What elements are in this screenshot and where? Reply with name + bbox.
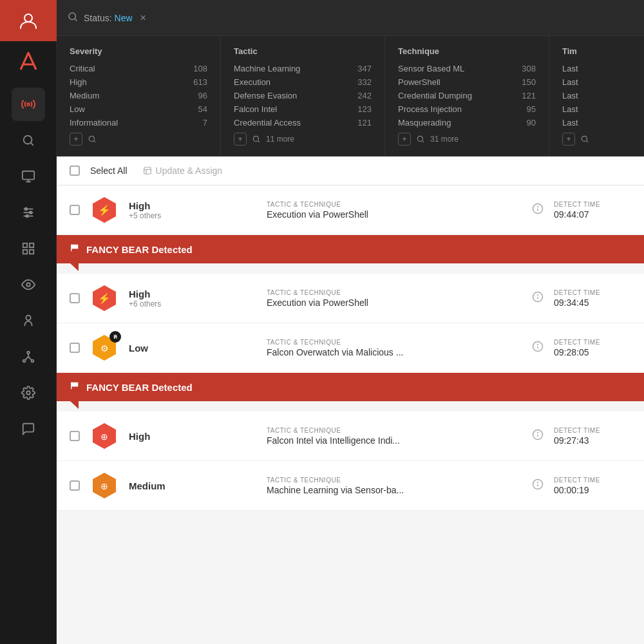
svg-point-15 bbox=[26, 316, 30, 320]
filter-row-time-4: Last bbox=[562, 104, 631, 114]
tactic-more-label: 11 more bbox=[266, 135, 294, 144]
detection-checkbox-3[interactable] bbox=[70, 343, 80, 353]
filter-label-time-2[interactable]: Last bbox=[562, 77, 578, 87]
gear-icon bbox=[21, 386, 35, 400]
high-hex-2: ⚡ bbox=[90, 284, 118, 312]
filter-label-medium[interactable]: Medium bbox=[70, 91, 99, 100]
tactic-label-1: TACTIC & TECHNIQUE bbox=[267, 201, 522, 208]
detect-time-value-4: 09:27:43 bbox=[554, 435, 631, 446]
svg-rect-12 bbox=[23, 250, 26, 254]
filter-row-process-injection: Process Injection 95 bbox=[398, 104, 536, 114]
sidebar-item-activity[interactable] bbox=[12, 88, 45, 121]
info-icon-3[interactable] bbox=[532, 341, 544, 355]
info-icon-1[interactable] bbox=[532, 203, 544, 217]
sliders-icon bbox=[21, 205, 35, 220]
sidebar-item-search[interactable] bbox=[12, 124, 45, 157]
filter-col-technique: Technique Sensor Based ML 308 PowerShell… bbox=[385, 36, 549, 156]
group-header-1: FANCY BEAR Detected bbox=[57, 235, 644, 263]
filter-label-process-injection[interactable]: Process Injection bbox=[398, 104, 462, 114]
update-assign-button[interactable]: Update & Assign bbox=[138, 163, 228, 178]
filter-row-time-5: Last bbox=[562, 118, 631, 128]
tactic-label-4: TACTIC & TECHNIQUE bbox=[267, 427, 522, 434]
detection-checkbox-5[interactable] bbox=[70, 480, 80, 491]
detection-checkbox-2[interactable] bbox=[70, 293, 80, 303]
filter-row-falcon-intel: Falcon Intel 123 bbox=[234, 104, 372, 114]
filter-label-credential-access[interactable]: Credential Access bbox=[234, 118, 301, 128]
filter-label-time-3[interactable]: Last bbox=[562, 91, 578, 100]
filter-col-tactic: Tactic Machine Learning 347 Execution 33… bbox=[221, 36, 385, 156]
incidents-icon bbox=[21, 314, 35, 328]
svg-point-2 bbox=[23, 136, 32, 144]
filter-row-time-1: Last bbox=[562, 64, 631, 73]
filter-label-defense-evasion[interactable]: Defense Evasion bbox=[234, 91, 297, 100]
sidebar-item-visibility[interactable] bbox=[12, 268, 45, 301]
info-icon-2[interactable] bbox=[532, 291, 544, 305]
sidebar-item-monitor[interactable] bbox=[12, 160, 45, 193]
filter-label-critical[interactable]: Critical bbox=[70, 64, 95, 73]
detection-checkbox-1[interactable] bbox=[70, 205, 80, 215]
search-filter: Status: New bbox=[84, 13, 133, 23]
svg-point-18 bbox=[31, 360, 33, 363]
sidebar-item-intelligence[interactable] bbox=[12, 340, 45, 374]
tactic-search-icon bbox=[252, 135, 261, 144]
tactic-add-filter-button[interactable]: + bbox=[234, 133, 247, 146]
sidebar-item-settings[interactable] bbox=[12, 376, 45, 410]
filter-count-high: 613 bbox=[193, 77, 207, 87]
filter-label-high[interactable]: High bbox=[70, 77, 87, 87]
filter-label-time-1[interactable]: Last bbox=[562, 64, 578, 73]
svg-point-0 bbox=[24, 14, 32, 22]
svg-rect-3 bbox=[22, 171, 33, 180]
search-clear-button[interactable]: × bbox=[140, 12, 146, 24]
severity-info-3: Low bbox=[129, 343, 256, 354]
filter-label-low[interactable]: Low bbox=[70, 104, 85, 114]
filter-label-time-4[interactable]: Last bbox=[562, 104, 578, 114]
filter-label-informational[interactable]: Informational bbox=[70, 118, 118, 128]
detect-time-label-1: DETECT TIME bbox=[554, 201, 631, 208]
filter-label-ml[interactable]: Machine Learning bbox=[234, 64, 300, 73]
technique-add-filter-button[interactable]: + bbox=[398, 133, 411, 146]
filter-row-time-2: Last bbox=[562, 77, 631, 87]
sidebar-item-dashboard[interactable] bbox=[12, 232, 45, 265]
info-icon-4[interactable] bbox=[532, 429, 544, 443]
filter-label-falcon-intel[interactable]: Falcon Intel bbox=[234, 104, 277, 114]
filter-label-execution[interactable]: Execution bbox=[234, 77, 270, 87]
tactic-section-1: TACTIC & TECHNIQUE Execution via PowerSh… bbox=[267, 201, 522, 220]
time-add-filter-button[interactable]: + bbox=[562, 133, 575, 146]
sidebar-item-configure[interactable] bbox=[12, 196, 45, 229]
tactic-value-5: Machine Learning via Sensor-ba... bbox=[267, 485, 522, 495]
filter-label-masquerading[interactable]: Masquerading bbox=[398, 118, 451, 128]
sidebar-item-support[interactable] bbox=[12, 412, 45, 446]
info-icon-5[interactable] bbox=[532, 478, 544, 493]
group-flag-1 bbox=[70, 243, 80, 256]
filter-value: New bbox=[115, 13, 133, 23]
dashboard-icon bbox=[21, 242, 35, 256]
filter-label-credential-dumping[interactable]: Credential Dumping bbox=[398, 91, 472, 100]
sidebar-item-incidents[interactable] bbox=[12, 304, 45, 337]
filter-row-critical: Critical 108 bbox=[70, 64, 207, 73]
tactic-title: Tactic bbox=[234, 46, 372, 56]
filter-label-time-5[interactable]: Last bbox=[562, 118, 578, 128]
detect-time-5: DETECT TIME 00:00:19 bbox=[554, 477, 631, 495]
severity-add-filter-button[interactable]: + bbox=[70, 133, 82, 146]
filter-label-sensor-ml[interactable]: Sensor Based ML bbox=[398, 64, 464, 73]
filter-row-time-3: Last bbox=[562, 91, 631, 100]
severity-others-2: +6 others bbox=[129, 299, 256, 308]
severity-badge-4: ⊕ bbox=[90, 422, 118, 450]
filter-count-falcon-intel: 123 bbox=[357, 104, 372, 114]
detect-time-label-4: DETECT TIME bbox=[554, 427, 631, 434]
detection-item-2: ⚡ High +6 others TACTIC & TECHNIQUE Exec… bbox=[57, 274, 644, 323]
detection-checkbox-4[interactable] bbox=[70, 431, 80, 441]
filter-row-low: Low 54 bbox=[70, 104, 207, 114]
tactic-value-1: Execution via PowerShell bbox=[267, 209, 522, 220]
filter-label-powershell[interactable]: PowerShell bbox=[398, 77, 440, 87]
select-all-label[interactable]: Select All bbox=[90, 166, 128, 176]
high-hex-3: ⊕ bbox=[90, 422, 118, 450]
select-all-checkbox[interactable] bbox=[70, 166, 80, 176]
filter-row-execution: Execution 332 bbox=[234, 77, 372, 87]
detection-group-1: FANCY BEAR Detected ⚡ High +6 others TAC… bbox=[57, 235, 644, 373]
svg-rect-10 bbox=[23, 243, 26, 247]
svg-point-21 bbox=[89, 136, 94, 141]
tactic-label-2: TACTIC & TECHNIQUE bbox=[267, 289, 522, 296]
detect-time-4: DETECT TIME 09:27:43 bbox=[554, 427, 631, 446]
main-content: Status: New × Severity Critical 108 High… bbox=[57, 0, 644, 644]
